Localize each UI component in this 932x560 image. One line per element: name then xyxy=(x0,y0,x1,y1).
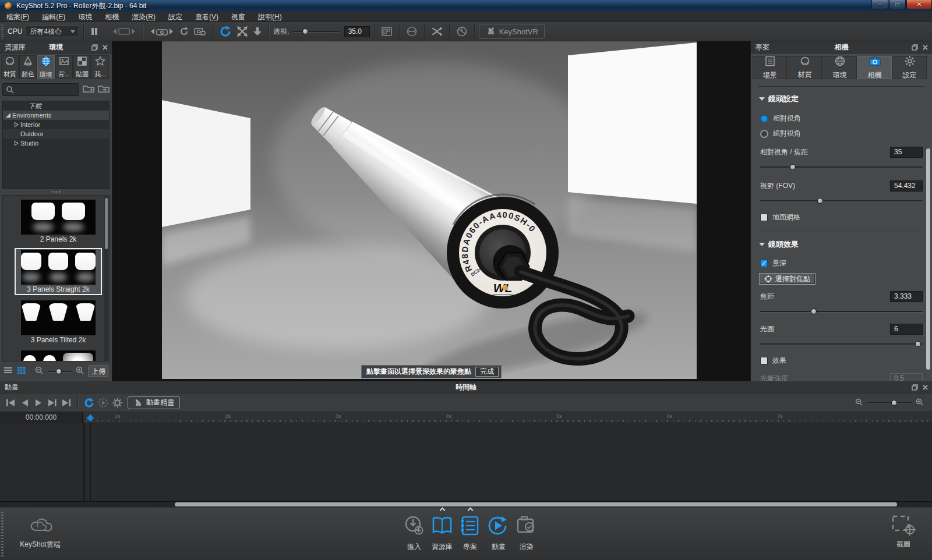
library-tab-favorites[interactable]: 我... xyxy=(91,55,109,79)
ground-grid-row[interactable]: 地面網格 xyxy=(760,212,923,222)
menu-item-file[interactable]: 檔案(F) xyxy=(0,12,36,22)
skip-end-button[interactable] xyxy=(59,396,73,409)
save-camera-button[interactable] xyxy=(192,24,208,39)
project-panel-tab[interactable]: 專案 xyxy=(751,42,774,52)
env-thumbnail-2[interactable]: 3 Panels Straight 2k xyxy=(15,248,102,295)
grid-view-button[interactable] xyxy=(17,366,26,377)
zoom-in-icon[interactable] xyxy=(76,366,84,377)
play-button[interactable] xyxy=(31,396,45,409)
aperture-slider[interactable] xyxy=(760,340,923,348)
perspective-value[interactable]: 35.0 xyxy=(344,26,370,37)
screenshot-button[interactable]: 截圖 xyxy=(883,514,924,550)
fov-value[interactable]: 54.432 xyxy=(890,180,923,192)
restore-button[interactable]: □ xyxy=(889,0,906,9)
dock-item-project[interactable]: 專案 xyxy=(457,514,483,552)
refresh-folder-button[interactable] xyxy=(98,84,110,95)
timeline-h-scrollbar[interactable] xyxy=(0,502,932,508)
focus-distance-slider[interactable] xyxy=(760,307,923,316)
playhead[interactable] xyxy=(87,414,94,422)
radio-unselected-icon[interactable] xyxy=(760,130,768,138)
timeline-track[interactable] xyxy=(0,423,932,502)
render-options-button[interactable] xyxy=(454,24,470,39)
menu-item-settings[interactable]: 設定 xyxy=(162,12,189,22)
zoom-out-icon[interactable] xyxy=(35,366,44,377)
done-button[interactable]: 完成 xyxy=(475,367,499,377)
project-tab-camera[interactable]: 相機 xyxy=(857,56,892,79)
radio-selected-icon[interactable] xyxy=(760,115,768,123)
cpu-cores-select[interactable]: 所有4核心 xyxy=(26,26,79,37)
timeline-ruler[interactable]: 1s2s3s4s5s6s7s 00:00:000 xyxy=(0,412,932,423)
checkbox-unchecked-icon[interactable] xyxy=(760,357,768,364)
expanded-arrow-icon[interactable] xyxy=(5,112,11,118)
fov-slider[interactable] xyxy=(760,197,923,205)
menu-item-view[interactable]: 查看(V) xyxy=(189,12,225,22)
timeline-zoom-in-icon[interactable] xyxy=(916,398,924,408)
thumbnail-zoom-slider[interactable] xyxy=(48,367,72,375)
render-image[interactable]: R48DA060-AA400SH-0 DC24V WL xyxy=(162,41,697,379)
menu-item-camera[interactable]: 相機 xyxy=(98,12,125,22)
lens-settings-header[interactable]: 鏡頭設定 xyxy=(759,94,932,104)
list-view-button[interactable] xyxy=(3,366,13,377)
dock-item-import[interactable]: 匯入 xyxy=(401,514,428,552)
add-folder-button[interactable] xyxy=(83,84,94,95)
relative-fov-radio-row[interactable]: 相對視角 xyxy=(760,114,923,123)
tree-item-studio[interactable]: Studio xyxy=(3,139,109,148)
float-panel-icon[interactable] xyxy=(91,44,98,51)
dock-item-render[interactable]: 渲染 xyxy=(513,514,540,552)
animation-wizard-button[interactable]: 動畫精靈 xyxy=(128,396,180,409)
close-panel-icon[interactable] xyxy=(101,44,108,51)
tree-item-interior[interactable]: Interior xyxy=(3,120,109,129)
menu-item-environment[interactable]: 環境 xyxy=(72,12,98,22)
menu-item-window[interactable]: 視窗 xyxy=(225,12,252,22)
env-thumbnail-3[interactable]: 3 Panels Tilted 2k xyxy=(15,299,102,345)
minimize-button[interactable]: – xyxy=(871,0,888,9)
absolute-fov-radio-row[interactable]: 絕對視角 xyxy=(760,129,923,139)
project-scrollbar[interactable] xyxy=(926,148,930,370)
region-render-button[interactable] xyxy=(379,24,395,39)
toolbar-grip[interactable] xyxy=(1,24,3,39)
keyshot-cloud-button[interactable]: KeyShot雲端 xyxy=(8,514,72,550)
realtime-viewport[interactable]: R48DA060-AA400SH-0 DC24V WL 點擊畫面以選擇景深效果的… xyxy=(112,41,750,381)
step-forward-button[interactable] xyxy=(45,396,59,409)
thumbnail-scrollbar[interactable] xyxy=(104,197,108,361)
pause-render-button[interactable] xyxy=(88,24,101,39)
download-button[interactable] xyxy=(250,24,264,39)
menu-item-help[interactable]: 說明(H) xyxy=(252,12,288,22)
keyshotvr-button[interactable]: KeyShotVR xyxy=(479,24,545,39)
tree-item-downloads[interactable]: 下載 xyxy=(3,101,109,111)
skip-start-button[interactable] xyxy=(3,396,17,409)
project-tab-settings[interactable]: 設定 xyxy=(892,56,927,79)
env-thumbnail-1[interactable]: 2 Panels 2k xyxy=(15,198,102,244)
dock-item-animation[interactable]: 動畫 xyxy=(485,514,512,552)
perspective-slider[interactable] xyxy=(293,27,340,36)
animation-settings-gear-icon[interactable] xyxy=(110,396,124,409)
library-tab-environments[interactable]: 環境 xyxy=(37,55,55,79)
env-thumbnail-4[interactable] xyxy=(15,349,102,361)
env-thumbnail-image[interactable] xyxy=(21,350,96,361)
float-panel-icon[interactable] xyxy=(911,384,918,391)
dof-checkbox-row[interactable]: ✓ 景深 xyxy=(760,258,923,268)
prev-slide-button[interactable] xyxy=(110,24,139,39)
library-tab-materials[interactable]: 材質 xyxy=(1,55,19,79)
project-tab-environment[interactable]: 環境 xyxy=(822,56,857,79)
close-panel-icon[interactable] xyxy=(922,384,929,391)
close-panel-icon[interactable] xyxy=(922,44,929,51)
focal-value[interactable]: 35 xyxy=(890,147,923,158)
checkbox-checked-icon[interactable]: ✓ xyxy=(760,260,768,267)
env-thumbnail-image[interactable] xyxy=(21,200,96,235)
step-back-button[interactable] xyxy=(17,396,31,409)
library-panel-tab[interactable]: 資源庫 xyxy=(0,42,30,52)
project-tab-material[interactable]: 材質 xyxy=(788,56,822,79)
focal-slider[interactable] xyxy=(760,163,923,171)
tree-item-environments-root[interactable]: Environments xyxy=(3,111,109,120)
menu-item-edit[interactable]: 編輯(E) xyxy=(36,12,72,22)
select-focus-point-button[interactable]: 選擇對焦點 xyxy=(759,273,816,285)
env-thumbnail-image[interactable] xyxy=(21,250,96,285)
aperture-value[interactable]: 6 xyxy=(890,324,923,335)
reset-camera-button[interactable] xyxy=(176,24,192,39)
library-tab-backplates[interactable]: 背... xyxy=(55,55,73,79)
float-panel-icon[interactable] xyxy=(911,44,918,51)
checkbox-unchecked-icon[interactable] xyxy=(760,214,768,221)
lens-effects-header[interactable]: 鏡頭效果 xyxy=(759,239,932,250)
turntable-button[interactable] xyxy=(96,396,110,409)
